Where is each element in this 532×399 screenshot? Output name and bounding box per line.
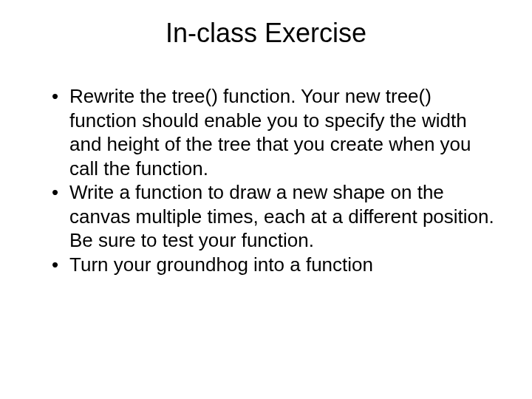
list-item: Write a function to draw a new shape on …	[52, 180, 502, 253]
page-title: In-class Exercise	[30, 18, 502, 49]
bullet-list: Rewrite the tree() function. Your new tr…	[30, 84, 502, 276]
list-item: Turn your groundhog into a function	[52, 253, 502, 277]
list-item: Rewrite the tree() function. Your new tr…	[52, 84, 502, 180]
